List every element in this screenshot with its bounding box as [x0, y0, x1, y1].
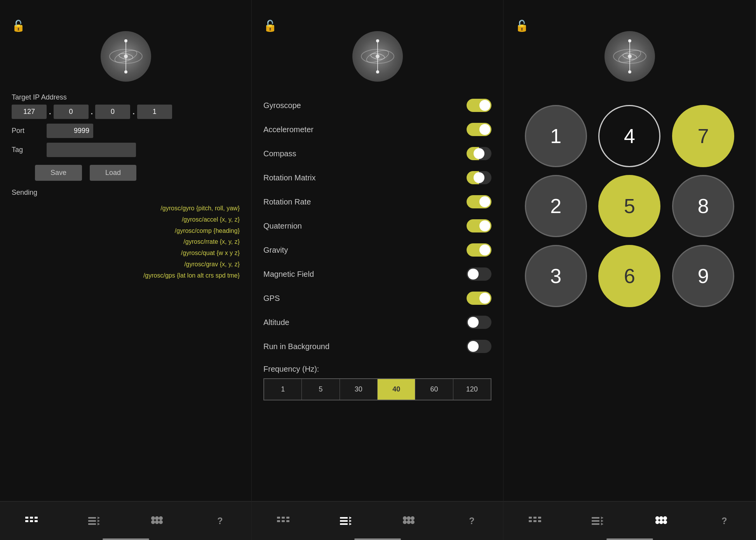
svg-point-31: [376, 70, 379, 73]
grid-btn-3[interactable]: 3: [525, 245, 587, 307]
nav-grid-3[interactable]: [648, 512, 674, 530]
gravity-knob: [479, 245, 490, 255]
osc-routes: /gyrosc/gyro {pitch, roll, yaw} /gyrosc/…: [12, 203, 240, 281]
svg-point-19: [159, 516, 163, 520]
grid-btn-4[interactable]: 4: [598, 105, 660, 167]
nav-help-3[interactable]: ?: [711, 512, 737, 530]
compass-label: Compass: [263, 149, 296, 158]
gravity-toggle[interactable]: [467, 243, 491, 257]
lock-icon-3[interactable]: 🔓: [515, 19, 529, 32]
rotation-matrix-toggle[interactable]: [467, 171, 491, 184]
save-button[interactable]: Save: [35, 165, 82, 181]
settings-row-altitude: Altitude: [263, 310, 491, 334]
svg-point-46: [411, 520, 415, 524]
svg-point-70: [663, 520, 667, 524]
grid-btn-1[interactable]: 1: [525, 105, 587, 167]
settings-row-magnetic-field: Magnetic Field: [263, 262, 491, 286]
svg-point-45: [407, 520, 411, 524]
quaternion-knob: [479, 220, 490, 231]
svg-rect-57: [533, 517, 537, 519]
altitude-toggle[interactable]: [467, 316, 491, 329]
rotation-rate-label: Rotation Rate: [263, 197, 311, 206]
svg-rect-33: [282, 517, 285, 519]
gps-label: GPS: [263, 294, 280, 303]
svg-rect-34: [286, 517, 289, 519]
settings-row-accelerometer: Accelerometer: [263, 117, 491, 142]
bottom-indicator-2: [354, 538, 401, 540]
svg-rect-61: [538, 520, 541, 522]
svg-text:?: ?: [469, 516, 474, 526]
port-row: Port: [12, 124, 240, 138]
svg-text:?: ?: [721, 516, 727, 526]
port-label: Port: [12, 127, 43, 135]
settings-row-gps: GPS: [263, 286, 491, 310]
lock-icon-2[interactable]: 🔓: [263, 19, 277, 32]
nav-grid-1[interactable]: [144, 512, 170, 530]
app-logo-2: [352, 31, 403, 82]
compass-toggle[interactable]: [467, 147, 491, 160]
port-field[interactable]: [47, 124, 93, 138]
svg-point-68: [655, 520, 659, 524]
gyroscope-label: Gyroscope: [263, 101, 301, 110]
magnetic-field-label: Magnetic Field: [263, 270, 314, 279]
nav-network-1[interactable]: [18, 512, 45, 530]
nav-settings-3[interactable]: [585, 512, 611, 530]
freq-btn-30[interactable]: 30: [340, 379, 378, 400]
app-logo-3: [604, 31, 655, 82]
svg-rect-38: [340, 517, 348, 519]
osc-route-quat: /gyrosc/quat {w x y z}: [12, 248, 240, 259]
quaternion-toggle[interactable]: [467, 219, 491, 232]
osc-route-rrate: /gyrosc/rrate {x, y, z}: [12, 236, 240, 248]
svg-rect-60: [533, 520, 537, 522]
grid-btn-6[interactable]: 6: [598, 245, 660, 307]
load-button[interactable]: Load: [90, 165, 136, 181]
freq-btn-1[interactable]: 1: [264, 379, 302, 400]
bottom-nav-2: ?: [252, 501, 503, 540]
lock-icon[interactable]: 🔓: [12, 19, 25, 32]
logo-container: [12, 31, 240, 82]
nav-help-2[interactable]: ?: [458, 512, 485, 530]
grid-btn-8[interactable]: 8: [672, 175, 734, 237]
gyroscope-toggle[interactable]: [467, 99, 491, 112]
magnetic-field-toggle[interactable]: [467, 267, 491, 281]
bottom-nav-1: ?: [0, 501, 251, 540]
freq-btn-40[interactable]: 40: [378, 379, 415, 400]
freq-btn-120[interactable]: 120: [453, 379, 491, 400]
svg-rect-8: [25, 517, 28, 519]
grid-btn-7[interactable]: 7: [672, 105, 734, 167]
nav-grid-2[interactable]: [395, 512, 422, 530]
svg-point-42: [407, 516, 411, 520]
osc-route-comp: /gyrosc/comp {heading}: [12, 225, 240, 237]
nav-network-3[interactable]: [522, 512, 548, 530]
grid-btn-5[interactable]: 5: [598, 175, 660, 237]
ip-field-2[interactable]: [54, 105, 89, 119]
ip-field-4[interactable]: [137, 105, 172, 119]
svg-point-18: [155, 516, 159, 520]
logo-container-2: [263, 31, 491, 82]
svg-point-30: [376, 39, 379, 42]
compass-knob: [474, 148, 484, 159]
svg-point-55: [628, 70, 631, 73]
quaternion-label: Quaternion: [263, 222, 302, 231]
nav-help-1[interactable]: ?: [207, 512, 233, 530]
freq-section: Frequency (Hz): 1 5 30 40 60 120: [263, 365, 491, 400]
grid-btn-2[interactable]: 2: [525, 175, 587, 237]
svg-rect-58: [538, 517, 541, 519]
grid-btn-9[interactable]: 9: [672, 245, 734, 307]
background-label: Run in Background: [263, 342, 329, 351]
freq-btn-5[interactable]: 5: [302, 379, 340, 400]
rotation-rate-toggle[interactable]: [467, 195, 491, 208]
nav-network-2[interactable]: [270, 512, 296, 530]
background-toggle[interactable]: [467, 340, 491, 353]
settings-list: Gyroscope Accelerometer Compass: [263, 93, 491, 358]
freq-btn-60[interactable]: 60: [415, 379, 453, 400]
tag-field[interactable]: [47, 143, 136, 157]
ip-field-3[interactable]: [95, 105, 130, 119]
nav-settings-1[interactable]: [81, 512, 108, 530]
nav-settings-2[interactable]: [333, 512, 359, 530]
ip-field-1[interactable]: [12, 105, 47, 119]
gps-toggle[interactable]: [467, 292, 491, 305]
svg-rect-40: [340, 523, 348, 525]
altitude-label: Altitude: [263, 318, 289, 327]
accelerometer-toggle[interactable]: [467, 123, 491, 136]
